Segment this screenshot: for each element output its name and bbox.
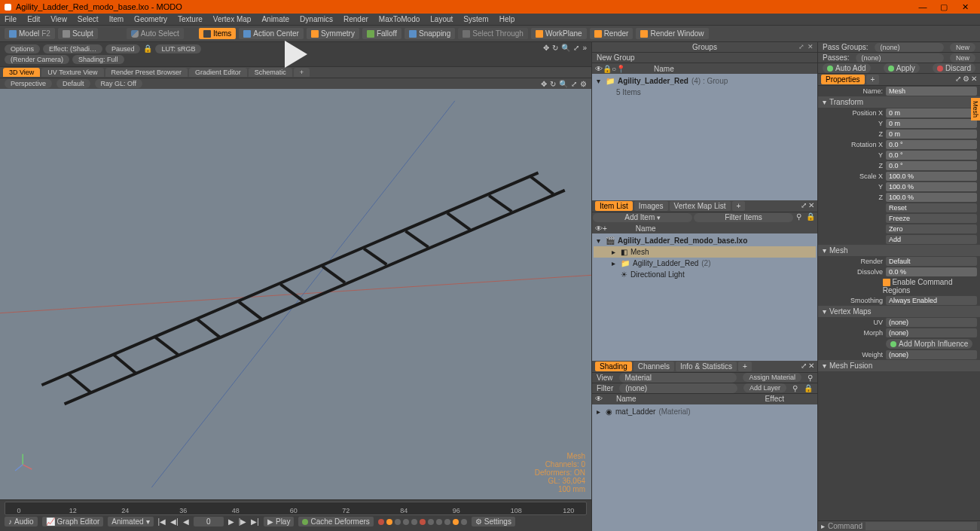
morph-dropdown[interactable]: (none) xyxy=(886,328,977,337)
tab-renderpreset[interactable]: Render Preset Browser xyxy=(105,68,188,77)
close-button[interactable]: ✕ xyxy=(954,2,975,12)
apply-button[interactable]: Apply xyxy=(884,63,920,73)
freeze-dropdown[interactable]: Freeze xyxy=(886,214,977,223)
record-icon[interactable] xyxy=(378,519,384,525)
tab-vertexmaplist[interactable]: Vertex Map List xyxy=(670,201,731,211)
vp-rotate-icon[interactable]: ↻ xyxy=(550,80,556,88)
menu-maxtomodo[interactable]: MaxToModo xyxy=(379,15,420,23)
rotz-field[interactable]: 0.0 ° xyxy=(886,161,977,170)
add-item-dropdown[interactable]: Add Item ▾ xyxy=(593,213,692,222)
menu-geometry[interactable]: Geometry xyxy=(134,15,167,23)
light-row[interactable]: ☀Directional Light xyxy=(594,269,816,280)
close-panel-icon-3[interactable]: ✕ xyxy=(808,362,814,371)
key-icon-1[interactable] xyxy=(386,519,392,525)
shading-dropdown[interactable]: Default xyxy=(56,79,90,88)
scene-row[interactable]: ▾🎬Agility_Ladder_Red_modo_base.lxo xyxy=(594,235,816,246)
weight-dropdown[interactable]: (none) xyxy=(886,350,977,359)
refresh-icon[interactable]: ↻ xyxy=(552,44,558,52)
menu-file[interactable]: File xyxy=(5,15,17,23)
new-pass-button[interactable]: New xyxy=(950,53,975,63)
menu-layout[interactable]: Layout xyxy=(430,15,453,23)
perspective-dropdown[interactable]: Perspective xyxy=(5,79,52,88)
fusion-header[interactable]: ▾Mesh Fusion xyxy=(818,360,980,371)
workplane-button[interactable]: WorkPlane xyxy=(531,28,587,39)
add-layer-dropdown[interactable]: Add Layer xyxy=(743,383,786,392)
key-icon-4[interactable] xyxy=(411,519,417,525)
raygl-dropdown[interactable]: Ray GL: Off xyxy=(95,79,142,88)
lock-col-icon[interactable]: 🔒 xyxy=(603,65,612,73)
filter-icon[interactable]: ⚲ xyxy=(794,212,804,223)
play-icon[interactable] xyxy=(285,41,307,68)
vp-zoom-icon[interactable]: 🔍 xyxy=(559,80,568,88)
group-row[interactable]: ▸📁Agility_Ladder_Red(2) xyxy=(594,258,816,269)
new-group-button[interactable]: New Group xyxy=(597,53,635,62)
tab-add-itemlist[interactable]: + xyxy=(732,201,746,211)
autoselect-button[interactable]: Auto Select xyxy=(127,28,184,39)
action-center-button[interactable]: Action Center xyxy=(239,28,304,39)
tab-shading[interactable]: Shading xyxy=(595,362,632,371)
first-frame-button[interactable]: |◀ xyxy=(158,517,166,526)
eye-col-icon-2[interactable]: 👁 xyxy=(595,395,603,403)
itemlist-tree[interactable]: ▾🎬Agility_Ladder_Red_modo_base.lxo ▸◧Mes… xyxy=(592,233,817,360)
plus-col-icon[interactable]: + xyxy=(603,224,607,233)
menu-item[interactable]: Item xyxy=(109,15,124,23)
menu-edit[interactable]: Edit xyxy=(27,15,40,23)
close-panel-icon[interactable]: ✕ xyxy=(808,44,814,50)
key-icon-3[interactable] xyxy=(403,519,409,525)
options-pill[interactable]: Options xyxy=(5,44,40,53)
menu-view[interactable]: View xyxy=(50,15,67,23)
select-through-button[interactable]: Select Through xyxy=(458,28,528,39)
model-button[interactable]: ModelF2 xyxy=(5,28,55,39)
audio-button[interactable]: ♪Audio xyxy=(5,517,38,526)
autoadd-button[interactable]: Auto Add xyxy=(823,63,871,73)
tab-properties[interactable]: Properties xyxy=(821,75,865,84)
rotx-field[interactable]: 0.0 ° xyxy=(886,140,977,149)
key-icon-5[interactable] xyxy=(420,519,426,525)
smoothing-dropdown[interactable]: Always Enabled xyxy=(886,296,977,305)
undock-icon[interactable]: ⤢ xyxy=(798,44,805,50)
group-item[interactable]: ▾ 📁 Agility_Ladder_Red(4) : Group xyxy=(594,75,816,87)
posz-field[interactable]: 0 m xyxy=(886,130,977,139)
move-icon[interactable]: ✥ xyxy=(543,44,549,52)
tab-gradient[interactable]: Gradient Editor xyxy=(189,68,247,77)
close-panel-icon-4[interactable]: ✕ xyxy=(971,75,977,84)
eye-icon[interactable]: 👁 xyxy=(595,65,603,73)
group-subitem[interactable]: 5 Items xyxy=(594,87,816,98)
key-icon-10[interactable] xyxy=(461,519,467,525)
key-icon-9[interactable] xyxy=(453,519,459,525)
undock-icon-4[interactable]: ⤢ xyxy=(955,75,961,84)
assign-material-button[interactable]: Assign Material xyxy=(743,373,801,382)
tab-schematic[interactable]: Schematic xyxy=(249,68,292,77)
new-passgroup-button[interactable]: New xyxy=(950,43,975,52)
key-icon-8[interactable] xyxy=(444,519,450,525)
enable-cmd-checkbox[interactable]: Enable Command Regions xyxy=(883,278,977,294)
maximize-button[interactable]: ▢ xyxy=(933,2,954,12)
sclx-field[interactable]: 100.0 % xyxy=(886,172,977,181)
render-button[interactable]: Render xyxy=(590,28,633,39)
zoom-icon[interactable]: 🔍 xyxy=(561,44,570,52)
passes-dropdown[interactable]: (none) xyxy=(856,53,944,63)
pin-icon[interactable]: 📍 xyxy=(616,65,625,73)
roty-field[interactable]: 0.0 ° xyxy=(886,151,977,160)
prev-frame-button[interactable]: ◀ xyxy=(183,517,189,526)
more-icon[interactable]: » xyxy=(582,44,587,52)
layer-lock-icon[interactable]: 🔒 xyxy=(804,384,813,392)
next-key-button[interactable]: |▶ xyxy=(239,517,247,526)
tab-itemlist[interactable]: Item List xyxy=(595,201,633,211)
menu-dynamics[interactable]: Dynamics xyxy=(300,15,333,23)
sculpt-button[interactable]: Sculpt xyxy=(58,28,98,39)
sclz-field[interactable]: 100.0 % xyxy=(886,193,977,202)
graph-editor-button[interactable]: 📈Graph Editor xyxy=(42,517,104,526)
menu-render[interactable]: Render xyxy=(343,15,368,23)
play-button[interactable]: ▶Play xyxy=(264,517,294,526)
material-row[interactable]: ▸◉mat_Ladder(Material) xyxy=(594,406,816,417)
settings-button[interactable]: ⚙Settings xyxy=(472,517,515,526)
name-field[interactable]: Mesh xyxy=(886,87,977,96)
gear-icon-props[interactable]: ⚙ xyxy=(963,75,969,84)
frame-field[interactable]: 0 xyxy=(194,517,224,526)
animated-dropdown[interactable]: Animated▾ xyxy=(108,517,153,526)
scly-field[interactable]: 100.0 % xyxy=(886,182,977,191)
vp-gear-icon[interactable]: ⚙ xyxy=(580,80,587,88)
key-icon-7[interactable] xyxy=(436,519,442,525)
expand-icon[interactable]: ⤢ xyxy=(573,44,579,52)
